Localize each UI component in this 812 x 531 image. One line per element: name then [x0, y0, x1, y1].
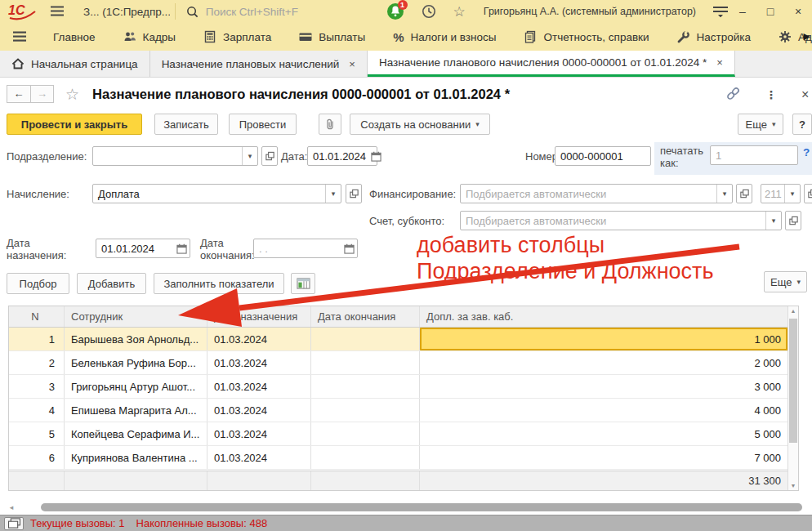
minimize-button[interactable]: –: [729, 5, 756, 18]
current-user-label: Григорьянц А.А. (системный администратор…: [484, 6, 696, 17]
more-actions-button[interactable]: Еще ▾: [738, 114, 783, 135]
table-row[interactable]: 1 Барышева Зоя Арнольд... 01.03.2024 1 0…: [9, 328, 788, 351]
financing-open-button[interactable]: [736, 184, 752, 203]
post-and-close-button[interactable]: Провести и закрыть: [7, 114, 142, 135]
calculator-icon: [203, 30, 216, 43]
menu-overflow-arrow-icon[interactable]: ▶: [804, 31, 810, 42]
column-header-amount[interactable]: Допл. за зав. каб.: [420, 306, 788, 327]
calendar-icon[interactable]: [371, 151, 381, 162]
scroll-up-icon[interactable]: ▲: [788, 308, 798, 314]
people-icon: [123, 30, 136, 43]
close-form-icon[interactable]: ×: [801, 87, 809, 102]
menu-item-salary[interactable]: Зарплата: [190, 23, 285, 51]
scrollbar-track[interactable]: [18, 502, 802, 512]
scroll-left-icon[interactable]: ◂: [5, 503, 18, 511]
financing-combo[interactable]: Подбирается автоматически ▾: [460, 184, 733, 203]
global-search-input[interactable]: Поиск Ctrl+Shift+F: [181, 0, 381, 23]
account-combo[interactable]: Подбирается автоматически ▾: [460, 211, 782, 230]
current-calls-label: Текущие вызовы: 1: [30, 517, 125, 529]
selected-cell[interactable]: 1 000: [420, 328, 788, 350]
table-row[interactable]: 5 Копейцева Серафима И... 01.03.2024 5 0…: [9, 422, 788, 446]
get-link-icon[interactable]: [725, 86, 741, 104]
table-row[interactable]: 6 Куприянова Валентина ... 01.03.2024 7 …: [9, 446, 788, 470]
chevron-down-icon: ▾: [723, 190, 727, 198]
add-row-button[interactable]: Добавить: [77, 273, 146, 294]
dropdown-button: ▾: [325, 185, 341, 203]
print-as-input[interactable]: 1: [710, 145, 798, 165]
column-header-start-date[interactable]: Дата назначения: [207, 306, 311, 327]
save-button[interactable]: Записать: [154, 114, 218, 135]
discussions-bell-icon[interactable]: 1: [386, 2, 404, 20]
pick-button[interactable]: Подбор: [7, 273, 69, 294]
date-input[interactable]: 01.01.2024: [307, 146, 377, 166]
document-form: ← → ☆ Назначение планового начисления 00…: [0, 78, 812, 502]
chevron-down-icon: ▾: [332, 190, 336, 198]
back-button[interactable]: ←: [7, 85, 30, 103]
kosgu-open-button[interactable]: [804, 184, 812, 203]
fill-table-icon-button[interactable]: [291, 273, 315, 294]
start-date-input[interactable]: 01.01.2024: [96, 239, 190, 258]
print-as-help-link[interactable]: ?: [803, 146, 810, 158]
more-menu-dots-icon[interactable]: ⋮: [765, 88, 777, 101]
accrual-combo[interactable]: Доплата ▾: [92, 184, 341, 203]
table-vertical-scrollbar[interactable]: ▲ ▼: [787, 306, 798, 490]
titlebar-right: 1 ☆ Григорьянц А.А. (системный администр…: [381, 2, 812, 20]
end-date-input[interactable]: . .: [253, 239, 358, 258]
menu-item-payments[interactable]: Выплаты: [285, 23, 379, 51]
menu-item-reports[interactable]: Отчетность, справки: [510, 23, 663, 51]
service-menu-icon[interactable]: [712, 6, 729, 17]
open-form-icon: [349, 189, 359, 199]
sections-panel-toggle-icon[interactable]: [11, 31, 28, 42]
sections-menubar: Главное Кадры Зарплата Выплаты % Налоги …: [0, 23, 812, 51]
tab-close-icon[interactable]: ×: [716, 56, 723, 69]
tab-planned-accrual-document[interactable]: Назначение планового начисления 0000-000…: [368, 51, 735, 77]
annotation-text: добавить столбцы Подразделение и Должнос…: [417, 232, 714, 284]
accrual-label: Начисление:: [7, 188, 69, 200]
help-button[interactable]: ?: [792, 114, 812, 135]
app-window-tab[interactable]: З... (1С:Предпр...: [83, 6, 170, 18]
maximize-button[interactable]: □: [756, 5, 784, 18]
accrual-open-button[interactable]: [346, 184, 362, 203]
column-header-employee[interactable]: Сотрудник: [65, 306, 207, 327]
tab-home-page[interactable]: Начальная страница: [0, 51, 150, 77]
account-label: Счет, субконто:: [369, 215, 444, 227]
post-button[interactable]: Провести: [229, 114, 297, 135]
close-window-button[interactable]: ×: [784, 5, 812, 18]
tab-planned-accruals-list[interactable]: Назначение плановых начислений ×: [150, 51, 368, 77]
attachments-button[interactable]: [319, 114, 341, 135]
start-date-label: Дата назначения:: [7, 237, 74, 261]
titlebar-separator: [175, 3, 176, 20]
search-icon: [185, 5, 199, 19]
department-open-button[interactable]: [261, 146, 278, 166]
create-based-on-button[interactable]: Создать на основании ▾: [350, 114, 490, 135]
horizontal-scrollbar[interactable]: ◂: [5, 502, 802, 513]
kosgu-code-combo[interactable]: 211 ▾: [761, 184, 801, 203]
fill-table-icon: [297, 278, 310, 290]
calendar-icon[interactable]: [341, 243, 357, 254]
column-header-n[interactable]: N: [9, 306, 65, 327]
favorite-star-icon[interactable]: ☆: [65, 85, 79, 104]
main-menu-icon[interactable]: [49, 6, 65, 17]
favorites-star-icon[interactable]: ☆: [453, 3, 466, 20]
tab-close-icon[interactable]: ×: [349, 58, 355, 70]
scrollbar-thumb[interactable]: [789, 319, 797, 443]
number-input[interactable]: 0000-000001: [555, 146, 651, 166]
menu-item-settings[interactable]: Настройка: [663, 23, 765, 51]
menu-item-hr[interactable]: Кадры: [109, 23, 190, 51]
calls-monitor-icon[interactable]: [4, 517, 24, 530]
forward-button[interactable]: →: [30, 85, 54, 103]
menu-item-taxes[interactable]: % Налоги и взносы: [379, 23, 510, 51]
account-open-button[interactable]: [785, 211, 801, 230]
scrollbar-thumb[interactable]: [41, 503, 802, 511]
column-header-end-date[interactable]: Дата окончания: [311, 306, 420, 327]
calendar-icon[interactable]: [173, 243, 190, 254]
history-icon[interactable]: [421, 3, 437, 20]
table-more-button[interactable]: Еще ▾: [764, 271, 807, 292]
scroll-down-icon[interactable]: ▼: [788, 483, 798, 489]
table-row[interactable]: 3 Григорьянц Артур Ашот... 01.03.2024 3 …: [9, 375, 788, 399]
table-row[interactable]: 4 Епишева Маргарита Ал... 01.03.2024 4 0…: [9, 399, 788, 422]
table-row[interactable]: 2 Беленькая Руфина Бор... 01.03.2024 2 0…: [9, 351, 788, 375]
department-combo[interactable]: ▾: [92, 146, 258, 166]
fill-indicators-button[interactable]: Заполнить показатели: [154, 273, 284, 294]
menu-item-main[interactable]: Главное: [39, 23, 109, 51]
